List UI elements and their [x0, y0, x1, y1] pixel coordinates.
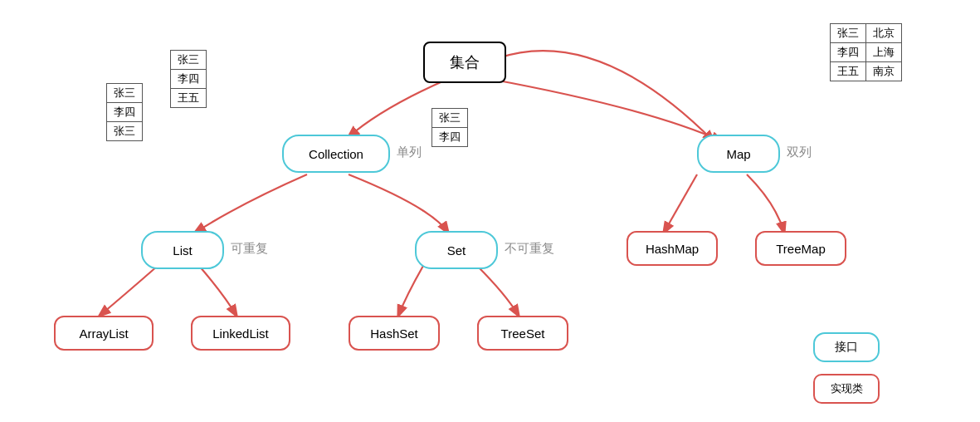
node-treeset: TreeSet	[477, 316, 568, 351]
legend-interface: 接口	[813, 332, 880, 362]
node-list: List	[141, 231, 224, 269]
node-hashset: HashSet	[349, 316, 440, 351]
table-top-right: 张三北京 李四上海 王五南京	[830, 23, 902, 81]
table-left-top: 张三 李四 王五	[170, 50, 207, 108]
label-shuanglie: 双列	[787, 145, 812, 160]
node-jihe: 集合	[423, 42, 506, 83]
label-bukechongfu: 不可重复	[505, 241, 554, 257]
node-set: Set	[415, 231, 498, 269]
table-middle-top: 张三 李四	[431, 108, 468, 147]
label-kechongfu: 可重复	[231, 241, 268, 257]
node-map: Map	[697, 135, 780, 173]
node-collection: Collection	[282, 135, 390, 173]
table-left-mid: 张三 李四 张三	[106, 83, 143, 141]
node-linkedlist: LinkedList	[191, 316, 290, 351]
node-treemap: TreeMap	[755, 231, 846, 266]
label-danlie: 单列	[397, 145, 422, 160]
diagram-container: 集合 Collection 单列 Map 双列 List 可重复 Set 不可重…	[0, 0, 980, 422]
node-hashmap: HashMap	[627, 231, 718, 266]
legend-class: 实现类	[813, 374, 880, 404]
node-arraylist: ArrayList	[54, 316, 154, 351]
